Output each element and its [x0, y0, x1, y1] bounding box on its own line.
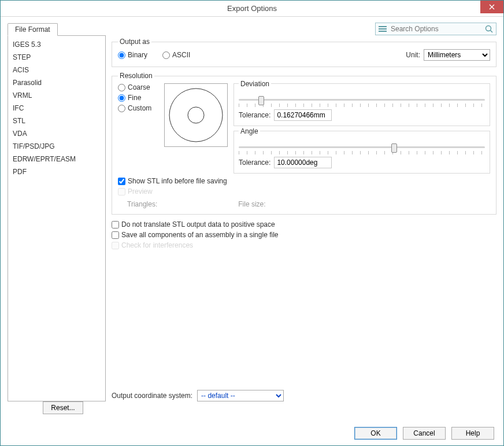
deviation-thumb[interactable]	[258, 96, 264, 105]
deviation-legend: Deviation	[239, 80, 271, 88]
titlebar: Export Options	[1, 1, 503, 17]
deviation-tol-input[interactable]	[274, 109, 332, 121]
close-icon	[489, 4, 495, 10]
check-interferences: Check for interferences	[112, 241, 496, 249]
triangles-label: Triangles:	[127, 200, 157, 208]
search-icon[interactable]	[484, 24, 494, 34]
deviation-group: Deviation Tolerance:	[234, 83, 490, 126]
svg-line-1	[491, 31, 493, 33]
sidebar-item-step[interactable]: STEP	[12, 51, 102, 64]
check-no-translate[interactable]: Do not translate STL output data to posi…	[112, 220, 496, 228]
tab-file-format[interactable]: File Format	[8, 23, 58, 36]
sidebar-item-parasolid[interactable]: Parasolid	[12, 76, 102, 89]
export-options-dialog: Export Options File Format IGES 5.3 STEP…	[0, 0, 504, 446]
sidebar-item-acis[interactable]: ACIS	[12, 64, 102, 76]
angle-tol-input[interactable]	[274, 157, 332, 168]
preview-cd-icon	[167, 86, 225, 144]
check-preview: Preview	[118, 187, 490, 196]
check-save-all[interactable]: Save all components of an assembly in a …	[112, 231, 496, 239]
unit-select[interactable]: Millimeters	[424, 49, 490, 61]
sidebar-item-vrml[interactable]: VRML	[12, 89, 102, 102]
search-input[interactable]	[390, 24, 484, 34]
reset-button[interactable]: Reset...	[43, 401, 83, 414]
resolution-preview	[164, 83, 228, 147]
deviation-tol-label: Tolerance:	[239, 111, 270, 119]
sidebar-item-tif-psd-jpg[interactable]: TIF/PSD/JPG	[12, 140, 102, 153]
cancel-button[interactable]: Cancel	[403, 427, 446, 440]
angle-legend: Angle	[239, 127, 260, 135]
sidebar-item-stl[interactable]: STL	[12, 115, 102, 127]
file-format-list: IGES 5.3 STEP ACIS Parasolid VRML IFC ST…	[8, 35, 106, 401]
ok-button[interactable]: OK	[354, 427, 397, 440]
deviation-slider[interactable]	[239, 97, 485, 107]
sidebar-item-iges[interactable]: IGES 5.3	[12, 38, 102, 51]
sidebar-item-edrw-eprt-easm[interactable]: EDRW/EPRT/EASM	[12, 153, 102, 165]
tab-label: File Format	[15, 25, 50, 34]
search-options-box[interactable]	[375, 23, 496, 35]
help-button[interactable]: Help	[451, 427, 494, 440]
check-show-stl-info[interactable]: Show STL info before file saving	[118, 177, 490, 185]
radio-binary[interactable]: Binary	[118, 51, 147, 59]
output-as-group: Output as Binary ASCII Unit: Millimeters	[112, 38, 496, 67]
svg-point-0	[486, 26, 491, 31]
radio-fine[interactable]: Fine	[118, 94, 158, 102]
window-title: Export Options	[227, 4, 277, 13]
options-list-icon	[378, 24, 387, 34]
angle-tol-label: Tolerance:	[239, 159, 270, 167]
filesize-label: File size:	[238, 200, 265, 208]
radio-ascii[interactable]: ASCII	[162, 51, 190, 59]
svg-point-2	[169, 89, 223, 142]
angle-slider[interactable]	[239, 144, 485, 154]
close-button[interactable]	[480, 1, 503, 13]
coord-select[interactable]: -- default --	[197, 390, 284, 401]
svg-point-3	[188, 107, 204, 123]
sidebar-item-vda[interactable]: VDA	[12, 127, 102, 140]
sidebar-item-ifc[interactable]: IFC	[12, 102, 102, 115]
resolution-group: Resolution Coarse Fine Custo	[112, 72, 496, 215]
angle-thumb[interactable]	[391, 143, 397, 153]
radio-custom[interactable]: Custom	[118, 104, 158, 112]
resolution-legend: Resolution	[118, 72, 154, 80]
angle-group: Angle Tolerance:	[234, 131, 490, 174]
unit-label: Unit:	[406, 51, 420, 59]
main-panel: Output as Binary ASCII Unit: Millimeters	[112, 35, 496, 401]
radio-coarse[interactable]: Coarse	[118, 83, 158, 91]
output-as-legend: Output as	[118, 38, 151, 46]
sidebar-item-pdf[interactable]: PDF	[12, 165, 102, 178]
dialog-buttons: OK Cancel Help	[354, 427, 494, 440]
coord-label: Output coordinate system:	[112, 392, 192, 400]
